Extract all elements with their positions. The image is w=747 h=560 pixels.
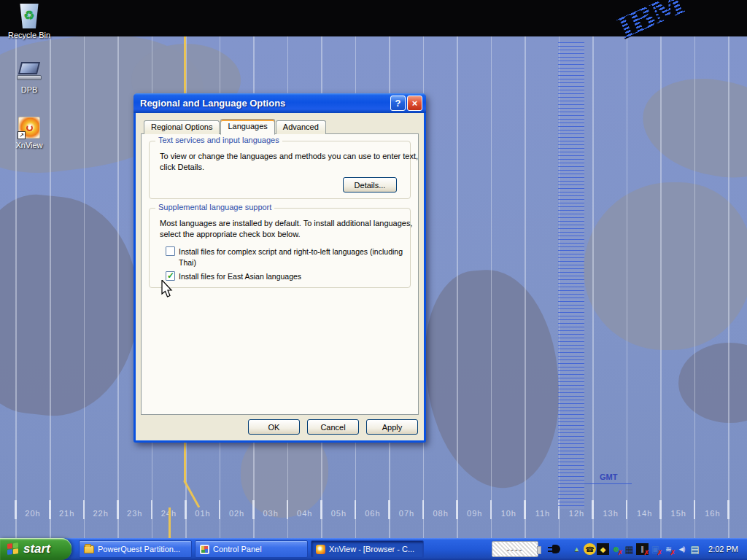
checkbox-row: Install files for East Asian languages (166, 271, 301, 282)
task-label: PowerQuest Partition... (98, 545, 180, 553)
hour-label: 06h (362, 509, 384, 518)
checkbox-complex-script[interactable] (166, 246, 175, 256)
gmt-hatched-band (558, 42, 584, 509)
meridian-line (184, 442, 186, 483)
hour-label: 04h (294, 509, 316, 518)
apply-button[interactable]: Apply (366, 419, 418, 435)
checkbox-row: Install files for complex script and rig… (166, 246, 410, 268)
removable-hardware-icon[interactable] (570, 543, 583, 555)
wallpaper-top-strip: IBM (0, 0, 747, 36)
desktop-icon-label: Recycle Bin (1, 31, 58, 39)
dialog-title: Regional and Language Options (140, 98, 389, 109)
task-icon (200, 545, 209, 554)
close-button[interactable]: × (407, 96, 422, 111)
desktop-icon-recycle-bin[interactable]: ♻ Recycle Bin (1, 4, 58, 39)
start-button[interactable]: start (0, 538, 71, 560)
hour-label: 12h (566, 509, 588, 518)
checkbox-label: Install files for East Asian languages (179, 271, 301, 282)
tab-strip: Regional Options Languages Advanced (144, 119, 327, 134)
hour-label: 10h (498, 509, 519, 518)
display-icon[interactable] (689, 543, 701, 555)
tab-label: Regional Options (151, 122, 212, 131)
taskbar: start PowerQuest Partition... Control Pa… (0, 538, 747, 560)
hour-label: 09h (464, 509, 486, 518)
groupbox-title: Supplemental language support (155, 203, 274, 211)
hour-label: 07h (396, 509, 418, 518)
tab-label: Languages (228, 122, 267, 131)
ac-power-plug-icon[interactable] (547, 543, 563, 555)
recycle-bin-icon: ♻ (18, 4, 40, 28)
hour-label: 16h (702, 509, 724, 518)
groupbox-title: Text services and input languages (155, 136, 282, 144)
hour-label: 14h (634, 509, 656, 518)
help-button[interactable]: ? (390, 96, 406, 111)
hour-label: 03h (260, 509, 282, 518)
tab-languages[interactable]: Languages (220, 119, 274, 135)
hour-label: 11h (532, 509, 554, 518)
hour-label: 21h (56, 509, 78, 518)
no-signal-icon[interactable] (636, 543, 649, 555)
hour-label: 08h (430, 509, 452, 518)
desktop-icon-label: DPB (1, 85, 58, 94)
battery-meter[interactable]: ---- (492, 541, 538, 557)
task-xnview[interactable]: XnView - [Browser - C... (311, 540, 424, 558)
shortcut-arrow-icon: ↗ (18, 131, 26, 139)
text-services-groupbox: Text services and input languages To vie… (149, 141, 411, 199)
hour-label: 13h (600, 509, 622, 518)
mouse-cursor (161, 280, 174, 300)
tablet-icon[interactable] (597, 543, 609, 555)
windows-flag-icon (7, 542, 19, 556)
groupbox-description: Most languages are installed by default.… (160, 218, 424, 240)
desktop-icon-dpb[interactable]: DPB (1, 61, 58, 94)
offline-user-icon[interactable] (610, 543, 622, 555)
dialer-icon[interactable] (584, 543, 596, 555)
details-button[interactable]: Details... (343, 177, 397, 192)
dialog-button-row: OK Cancel Apply (248, 419, 418, 435)
task-icon (316, 545, 325, 554)
task-label: Control Panel (213, 545, 262, 553)
groupbox-description: To view or change the languages and meth… (160, 151, 419, 173)
task-powerquest[interactable]: PowerQuest Partition... (79, 540, 192, 558)
task-control-panel[interactable]: Control Panel (195, 540, 308, 558)
languages-tab-page: Text services and input languages To vie… (141, 133, 419, 415)
meridian-line (169, 508, 171, 538)
task-label: XnView - [Browser - C... (329, 545, 414, 553)
hour-label: 02h (226, 509, 248, 518)
xnview-icon: ↗ (18, 117, 40, 139)
regional-language-options-dialog: Regional and Language Options ? × Region… (133, 93, 426, 443)
tab-regional-options[interactable]: Regional Options (144, 120, 220, 134)
dialog-body: Regional Options Languages Advanced Text… (136, 113, 424, 440)
desktop: GMT 20h21h22h23h24h01h02h03h04h05h06h07h… (0, 0, 747, 560)
hour-label: 22h (90, 509, 112, 518)
task-icon (84, 545, 94, 553)
ok-button[interactable]: OK (248, 419, 300, 435)
taskbar-clock: 2:02 PM (708, 545, 738, 553)
dialog-titlebar[interactable]: Regional and Language Options ? × (133, 93, 426, 113)
hour-labels-row: 20h21h22h23h24h01h02h03h04h05h06h07h08h0… (22, 509, 724, 518)
start-label: start (23, 542, 50, 556)
gmt-label: GMT (600, 472, 617, 481)
cancel-button[interactable]: Cancel (307, 419, 359, 435)
network-error-icon[interactable] (649, 543, 662, 555)
meridian-line (184, 36, 186, 94)
tab-label: Advanced (283, 122, 319, 131)
task-button-area: PowerQuest Partition... Control Panel Xn… (79, 540, 424, 558)
hour-label: 15h (667, 509, 689, 518)
desktop-icon-xnview[interactable]: ↗ XnView (1, 117, 58, 149)
hour-label: 23h (124, 509, 146, 518)
wireless-error-icon[interactable] (662, 543, 675, 555)
system-tray (570, 543, 701, 555)
network-tree-icon[interactable] (623, 543, 635, 555)
hour-label: 20h (22, 509, 44, 518)
supplemental-language-groupbox: Supplemental language support Most langu… (149, 208, 411, 288)
laptop-icon (16, 61, 42, 83)
volume-icon[interactable] (676, 543, 688, 555)
checkbox-label: Install files for complex script and rig… (179, 246, 410, 268)
desktop-icon-label: XnView (1, 141, 58, 149)
gmt-underline (559, 483, 632, 484)
tab-advanced[interactable]: Advanced (276, 120, 326, 134)
hour-label: 01h (192, 509, 214, 518)
hour-label: 05h (328, 509, 349, 518)
